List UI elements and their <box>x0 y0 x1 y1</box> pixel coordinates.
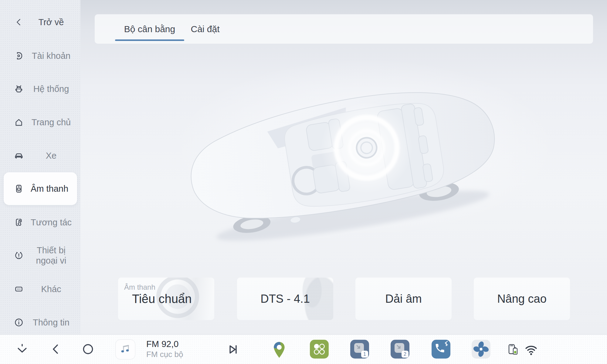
back-icon <box>12 18 25 27</box>
media-subtitle: FM cục bộ <box>146 349 183 359</box>
split-screen-2-icon[interactable]: 2 <box>391 340 409 359</box>
wifi-icon <box>524 343 538 358</box>
home-icon <box>12 117 25 127</box>
back-button[interactable]: Trở về <box>0 7 80 37</box>
sound-settings-panel: Bộ cân bằng Cài đặt <box>80 0 607 335</box>
now-playing-info[interactable]: FM 92,0 FM cục bộ <box>146 339 183 359</box>
split-screen-1-icon[interactable]: 1 <box>350 340 369 359</box>
music-note-icon <box>119 343 131 356</box>
settings-sidebar: Trở về Tài khoản Hệ thống <box>0 0 80 335</box>
sound-mode-sublabel: Âm thanh <box>124 283 155 292</box>
maps-app-icon[interactable] <box>272 341 287 360</box>
sidebar-item-info[interactable]: Thông tin <box>0 307 80 338</box>
peripheral-icon <box>12 250 25 261</box>
sound-mode-label: Dải âm <box>355 278 452 320</box>
sidebar-item-home[interactable]: Trang chủ <box>0 107 80 137</box>
system-icon <box>12 84 25 94</box>
interaction-icon <box>12 217 25 228</box>
infotainment-screen: Trở về Tài khoản Hệ thống <box>0 0 607 364</box>
car-top-view-illustration <box>170 72 519 251</box>
system-dock: FM 92,0 FM cục bộ <box>0 335 607 364</box>
sidebar-item-other[interactable]: Khác <box>0 274 80 304</box>
tab-bar: Bộ cân bằng Cài đặt <box>95 14 593 44</box>
split-screen-1-badge: 1 <box>361 351 368 358</box>
info-icon <box>12 317 25 328</box>
car-icon <box>12 150 25 161</box>
sound-mode-label: DTS - 4.1 <box>237 278 333 320</box>
minimize-button[interactable] <box>15 342 29 357</box>
sound-mode-advanced[interactable]: Nâng cao <box>474 278 570 320</box>
sidebar-item-interaction[interactable]: Tương tác <box>0 207 80 238</box>
sidebar-item-account[interactable]: Tài khoản <box>0 41 80 71</box>
sound-mode-label: Tiêu chuẩn <box>132 292 192 306</box>
more-icon <box>12 284 25 294</box>
skip-next-button[interactable] <box>226 342 240 358</box>
sidebar-item-system[interactable]: Hệ thống <box>0 74 80 104</box>
connected-device-status-icon <box>506 343 520 358</box>
back-label: Trở về <box>25 17 80 27</box>
sound-mode-tone[interactable]: Dải âm <box>355 278 452 320</box>
sound-mode-dts[interactable]: DTS - 4.1 <box>237 278 333 320</box>
phone-app-icon[interactable] <box>432 340 450 359</box>
sidebar-item-sound[interactable]: Âm thanh <box>4 172 77 205</box>
sound-mode-standard[interactable]: Âm thanh Tiêu chuẩn <box>118 278 214 320</box>
sidebar-item-vehicle[interactable]: Xe <box>0 140 80 171</box>
tab-settings[interactable]: Cài đặt <box>186 14 225 44</box>
account-icon <box>12 51 25 61</box>
active-tab-underline <box>115 39 184 41</box>
split-screen-2-badge: 2 <box>402 351 409 358</box>
bluetooth-icon <box>445 341 448 346</box>
climate-fan-icon[interactable] <box>472 340 490 359</box>
sidebar-item-peripherals[interactable]: Thiết bị ngoại vi <box>0 240 80 271</box>
nav-back-button[interactable] <box>49 342 63 357</box>
now-playing-artwork[interactable] <box>115 339 135 359</box>
tab-equalizer[interactable]: Bộ cân bằng <box>115 14 184 44</box>
app-launcher-icon[interactable] <box>310 340 329 359</box>
nav-home-button[interactable] <box>81 342 95 357</box>
sound-mode-label: Nâng cao <box>474 278 570 320</box>
speaker-icon <box>12 183 25 194</box>
media-title: FM 92,0 <box>146 339 183 349</box>
